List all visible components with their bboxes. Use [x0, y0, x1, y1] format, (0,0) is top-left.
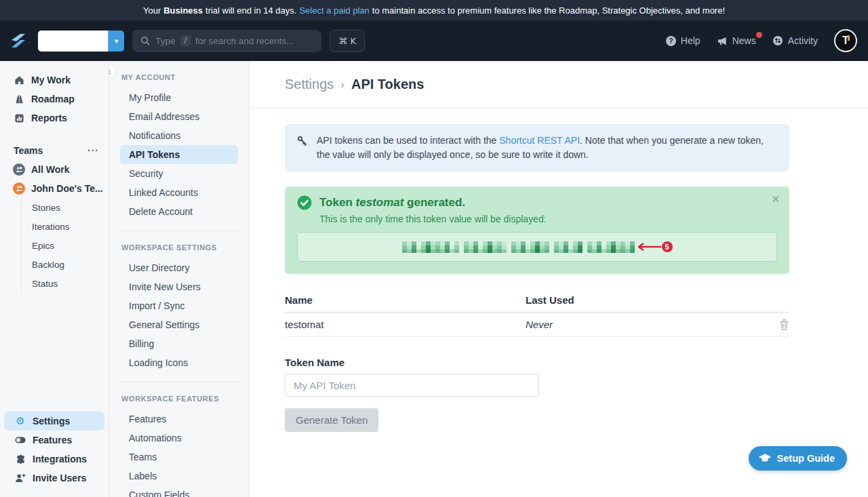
- sub-item-label: Epics: [32, 241, 54, 251]
- megaphone-icon: [717, 36, 728, 46]
- sub-item-label: Status: [32, 279, 58, 289]
- redacted-token-segment: [511, 241, 549, 253]
- invite-user-icon: [15, 473, 26, 483]
- settings-nav-item-api-tokens[interactable]: API Tokens: [120, 145, 238, 164]
- select-paid-plan-link[interactable]: Select a paid plan: [299, 5, 369, 16]
- page-header: Settings › API Tokens: [250, 61, 868, 108]
- token-name-label: Token Name: [285, 357, 789, 368]
- banner-text-suffix: to maintain access to premium features l…: [372, 5, 725, 16]
- setup-guide-label: Setup Guide: [777, 453, 835, 464]
- sub-item-label: Stories: [32, 203, 60, 213]
- main-content: Settings › API Tokens API tokens can be …: [250, 61, 868, 497]
- delete-token-button[interactable]: [770, 319, 789, 330]
- column-header-name: Name: [285, 294, 526, 306]
- toggle-icon: [15, 437, 26, 443]
- redacted-token-segment: [554, 241, 583, 253]
- sidebar-item-my-work[interactable]: My Work: [0, 71, 108, 90]
- close-icon[interactable]: ✕: [771, 193, 780, 205]
- settings-nav-item-email-addresses[interactable]: Email Addresses: [120, 107, 238, 126]
- chevron-right-icon: ›: [340, 78, 344, 92]
- settings-nav-item-delete-account[interactable]: Delete Account: [120, 202, 238, 221]
- create-story-label[interactable]: Create Story: [38, 31, 108, 52]
- banner-plan-name: Business: [163, 5, 203, 16]
- settings-nav-item-user-directory[interactable]: User Directory: [120, 258, 238, 277]
- settings-section-title: WORKSPACE FEATURES: [109, 392, 249, 405]
- settings-nav-item-invite-new-users[interactable]: Invite New Users: [120, 277, 238, 296]
- settings-nav-item-import-sync[interactable]: Import / Sync: [120, 296, 238, 315]
- generate-token-button[interactable]: Generate Token: [285, 408, 378, 432]
- create-story-caret-icon[interactable]: ▾: [108, 31, 124, 52]
- settings-nav-item-features[interactable]: Features: [120, 410, 238, 429]
- primary-sidebar: My Work Roadmap Reports Teams ··· All Wo…: [0, 61, 108, 497]
- activity-label: Activity: [788, 35, 818, 46]
- settings-nav-item-billing[interactable]: Billing: [120, 334, 238, 353]
- sidebar-item-team-john-doe[interactable]: John Doe's Te...: [0, 179, 108, 198]
- sidebar-item-invite-users[interactable]: Invite Users: [4, 469, 104, 488]
- settings-nav-item-security[interactable]: Security: [120, 164, 238, 183]
- alert-title: Token testomat generated.: [319, 196, 465, 210]
- banner-text-prefix: Your: [143, 5, 161, 16]
- sidebar-item-label: Settings: [33, 416, 70, 426]
- setup-guide-button[interactable]: Setup Guide: [749, 446, 847, 471]
- sidebar-item-label: Features: [33, 435, 72, 445]
- sidebar-item-status[interactable]: Status: [22, 274, 108, 293]
- top-navbar: Create Story ▾ Type / for search and rec…: [0, 20, 868, 61]
- settings-nav-item-automations[interactable]: Automations: [120, 429, 238, 448]
- alert-title-suffix: generated.: [403, 196, 465, 209]
- section-divider: [120, 231, 238, 231]
- help-button[interactable]: ? Help: [666, 35, 701, 46]
- sidebar-item-settings[interactable]: ⚙ Settings: [4, 412, 104, 431]
- all-work-avatar: [13, 163, 25, 176]
- shortcut-rest-api-link[interactable]: Shortcut REST API: [499, 135, 580, 146]
- activity-button[interactable]: Activity: [772, 35, 818, 46]
- sidebar-item-backlog[interactable]: Backlog: [22, 255, 108, 274]
- help-label: Help: [681, 35, 701, 46]
- sidebar-item-label: Integrations: [33, 454, 87, 464]
- shortcut-logo-icon[interactable]: [7, 29, 30, 52]
- annotation-arrow: 5: [636, 241, 673, 252]
- sidebar-item-roadmap[interactable]: Roadmap: [0, 90, 108, 108]
- settings-nav-item-labels[interactable]: Labels: [120, 466, 238, 485]
- search-input[interactable]: Type / for search and recents...: [132, 30, 321, 52]
- page-title: API Tokens: [351, 77, 424, 92]
- user-avatar[interactable]: T: [834, 29, 857, 52]
- sidebar-item-stories[interactable]: Stories: [22, 198, 108, 217]
- sidebar-item-all-work[interactable]: All Work: [0, 160, 108, 179]
- token-name-input[interactable]: [285, 374, 539, 397]
- breadcrumb-settings-link[interactable]: Settings: [285, 77, 334, 92]
- sidebar-bottom-group: ⚙ Settings Features Integrations Invite …: [0, 412, 108, 488]
- gear-icon: ⚙: [15, 415, 26, 427]
- sidebar-item-features[interactable]: Features: [4, 431, 104, 450]
- settings-nav-item-custom-fields[interactable]: Custom Fields: [120, 485, 238, 497]
- token-value-display: 5: [297, 232, 777, 262]
- settings-nav-item-general-settings[interactable]: General Settings: [120, 315, 238, 334]
- news-notification-dot: [756, 32, 762, 38]
- settings-nav-item-my-profile[interactable]: My Profile: [120, 88, 238, 107]
- teams-menu-icon[interactable]: ···: [87, 145, 99, 156]
- sub-item-label: Backlog: [32, 260, 64, 270]
- api-tokens-info-box: API tokens can be used to interact with …: [285, 124, 789, 172]
- table-row: testomat Never: [285, 313, 789, 337]
- search-placeholder: for search and recents...: [195, 36, 294, 46]
- sidebar-item-reports[interactable]: Reports: [0, 108, 108, 127]
- navbar-right-group: ? Help News Activity T: [666, 29, 857, 52]
- chevron-left-icon: ‹: [108, 66, 111, 77]
- news-button[interactable]: News: [717, 35, 756, 46]
- sidebar-item-integrations[interactable]: Integrations: [4, 450, 104, 469]
- settings-nav-item-teams[interactable]: Teams: [120, 448, 238, 466]
- annotation-number-badge: 5: [662, 241, 673, 252]
- cmd-k-shortcut-hint: ⌘ K: [330, 30, 365, 52]
- sidebar-item-iterations[interactable]: Iterations: [22, 217, 108, 236]
- settings-nav-item-linked-accounts[interactable]: Linked Accounts: [120, 183, 238, 202]
- search-type-label: Type: [155, 36, 175, 46]
- home-icon: [14, 75, 24, 85]
- puzzle-icon: [15, 454, 26, 464]
- settings-nav-item-notifications[interactable]: Notifications: [120, 126, 238, 145]
- teams-header-label: Teams: [14, 145, 43, 156]
- sidebar-item-epics[interactable]: Epics: [22, 236, 108, 255]
- settings-nav-item-loading-icons[interactable]: Loading Icons: [120, 353, 238, 372]
- create-story-button[interactable]: Create Story ▾: [38, 31, 124, 52]
- breadcrumb: Settings › API Tokens: [285, 77, 424, 92]
- graduation-cap-icon: [758, 453, 772, 464]
- info-text-before: API tokens can be used to interact with …: [317, 135, 499, 146]
